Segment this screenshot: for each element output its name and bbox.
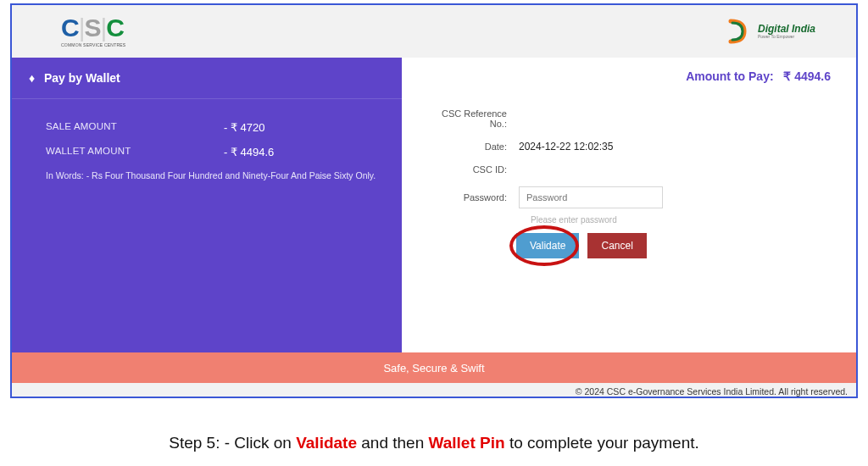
cancel-button[interactable]: Cancel <box>587 233 646 258</box>
amount-to-pay-value: ₹ 4494.6 <box>783 69 831 83</box>
left-panel: ♦ Pay by Wallet SALE AMOUNT - ₹ 4720 WAL… <box>12 58 402 352</box>
app-frame: C|S|C COMMON SERVICE CENTRES Digital Ind… <box>10 3 858 398</box>
left-body: SALE AMOUNT - ₹ 4720 WALLET AMOUNT - ₹ 4… <box>12 99 402 189</box>
sale-amount-row: SALE AMOUNT - ₹ 4720 <box>46 121 383 134</box>
csc-logo: C|S|C COMMON SERVICE CENTRES <box>61 15 125 47</box>
top-bar: C|S|C COMMON SERVICE CENTRES Digital Ind… <box>12 5 856 58</box>
right-panel: Amount to Pay: ₹ 4494.6 CSC Reference No… <box>402 58 856 352</box>
content-area: ♦ Pay by Wallet SALE AMOUNT - ₹ 4720 WAL… <box>12 58 856 352</box>
password-hint: Please enter password <box>531 215 831 225</box>
csc-logo-subtext: COMMON SERVICE CENTRES <box>61 42 125 47</box>
right-body: CSC Reference No.: Date: 2024-12-22 12:0… <box>402 58 831 258</box>
instruction-word-validate: Validate <box>296 434 357 452</box>
password-label: Password: <box>427 192 519 202</box>
instruction-prefix: Step 5: - Click on <box>169 434 296 452</box>
pay-by-wallet-title: Pay by Wallet <box>44 71 120 85</box>
copyright-text: © 2024 CSC e-Governance Services India L… <box>12 383 856 397</box>
password-input[interactable] <box>519 186 663 208</box>
csc-id-row: CSC ID: <box>427 164 831 175</box>
amount-to-pay-label: Amount to Pay: <box>686 69 773 83</box>
instruction-mid: and then <box>361 434 428 452</box>
wallet-amount-label: WALLET AMOUNT <box>46 146 224 158</box>
csc-ref-row: CSC Reference No.: <box>427 108 831 129</box>
instruction-suffix: to complete your payment. <box>509 434 699 452</box>
wallet-amount-value: - ₹ 4494.6 <box>224 146 274 158</box>
digital-india-logo: Digital India Power To Empower <box>726 18 815 45</box>
digital-india-text-wrap: Digital India Power To Empower <box>758 24 815 39</box>
digital-india-text: Digital India <box>758 24 815 34</box>
instruction-caption: Step 5: - Click on Validate and then Wal… <box>0 434 868 452</box>
csc-ref-label: CSC Reference No.: <box>427 108 519 129</box>
wallet-amount-row: WALLET AMOUNT - ₹ 4494.6 <box>46 146 383 158</box>
digital-india-icon <box>726 18 753 45</box>
diamond-icon: ♦ <box>29 71 37 85</box>
in-words-text: In Words: - Rs Four Thousand Four Hundre… <box>46 170 383 180</box>
safe-secure-bar: Safe, Secure & Swift <box>12 352 856 383</box>
safe-secure-text: Safe, Secure & Swift <box>383 362 484 374</box>
pay-by-wallet-header: ♦ Pay by Wallet <box>12 58 402 99</box>
date-value: 2024-12-22 12:02:35 <box>519 141 613 153</box>
sale-amount-value: - ₹ 4720 <box>224 121 264 134</box>
csc-logo-mark: C|S|C <box>61 15 124 41</box>
date-row: Date: 2024-12-22 12:02:35 <box>427 141 831 153</box>
csc-id-label: CSC ID: <box>427 164 519 175</box>
amount-to-pay: Amount to Pay: ₹ 4494.6 <box>686 69 831 83</box>
instruction-word-walletpin: Wallet Pin <box>429 434 505 452</box>
date-label: Date: <box>427 141 519 152</box>
button-row: Validate Cancel <box>516 233 831 258</box>
password-row: Password: <box>427 186 831 208</box>
validate-button[interactable]: Validate <box>516 233 579 258</box>
sale-amount-label: SALE AMOUNT <box>46 121 224 134</box>
